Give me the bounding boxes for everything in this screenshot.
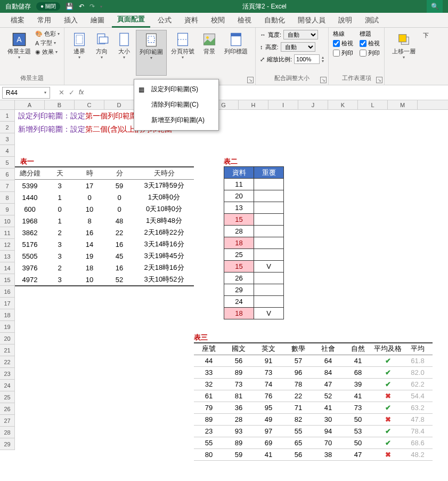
select-all-corner[interactable] <box>0 100 15 109</box>
breaks-button[interactable]: 分頁符號▾ <box>168 30 198 76</box>
tab-校閱[interactable]: 校閱 <box>206 13 230 27</box>
row-header-24[interactable]: 24 <box>0 380 15 391</box>
sheet-options-launcher[interactable]: ↘ <box>376 77 382 83</box>
row-header-18[interactable]: 18 <box>0 309 15 321</box>
print-titles-button[interactable]: 列印標題 <box>221 30 251 76</box>
col-header-L[interactable]: L <box>358 100 388 109</box>
tab-自動化[interactable]: 自動化 <box>259 13 290 27</box>
height-select[interactable]: 自動 <box>281 42 315 52</box>
ribbon-group-scale: ↔寬度:自動 ↕高度:自動 ⤢縮放比例:▴▾ 配合調整大小 ↘ <box>256 28 329 85</box>
bring-forward-button[interactable]: 上移一層▾ <box>389 30 419 76</box>
autosave-toggle[interactable]: ● 關閉 <box>36 2 60 11</box>
print-area-button[interactable]: 列印範圍▾ <box>136 30 167 76</box>
search-button[interactable]: 🔍 <box>427 0 443 13</box>
row-header-7[interactable]: 7 <box>0 180 15 192</box>
col-header-B[interactable]: B <box>45 100 75 109</box>
fonts-button[interactable]: A字型▾ <box>35 39 60 47</box>
tab-檔案[interactable]: 檔案 <box>5 13 30 27</box>
row-header-25[interactable]: 25 <box>0 391 15 403</box>
headings-print-checkbox[interactable]: 列印 <box>360 49 380 57</box>
row-header-26[interactable]: 26 <box>0 403 15 415</box>
effects-icon: ◉ <box>35 49 40 55</box>
colors-button[interactable]: 🎨色彩▾ <box>35 30 60 38</box>
margins-button[interactable]: 邊界▾ <box>69 30 90 76</box>
send-backward-button[interactable]: 下 <box>420 30 432 76</box>
row-header-10[interactable]: 10 <box>0 215 15 227</box>
check-icon: ✔ <box>385 368 391 376</box>
row-header-12[interactable]: 12 <box>0 239 15 251</box>
width-select[interactable]: 自動 <box>283 30 318 39</box>
tab-說明[interactable]: 說明 <box>333 13 357 27</box>
svg-rect-6 <box>120 33 128 45</box>
tab-測試[interactable]: 測試 <box>360 13 384 27</box>
svg-rect-14 <box>231 33 241 36</box>
enter-formula-icon[interactable]: ✓ <box>69 89 75 97</box>
row-header-11[interactable]: 11 <box>0 227 15 239</box>
row-header-14[interactable]: 14 <box>0 262 15 274</box>
name-box[interactable]: R44▾ <box>2 87 50 99</box>
row-header-15[interactable]: 15 <box>0 274 15 286</box>
col-header-H[interactable]: H <box>239 100 268 109</box>
row-header-8[interactable]: 8 <box>0 192 15 204</box>
cancel-formula-icon[interactable]: ✕ <box>59 89 64 97</box>
col-header-C[interactable]: C <box>75 100 104 109</box>
tab-公式[interactable]: 公式 <box>152 13 177 27</box>
tab-繪圖[interactable]: 繪圖 <box>85 13 110 27</box>
tab-開發人員[interactable]: 開發人員 <box>292 13 331 27</box>
row-header-2[interactable]: 2 <box>0 122 15 133</box>
col-header-D[interactable]: D <box>104 100 134 109</box>
row-header-1[interactable]: 1 <box>0 110 15 122</box>
fx-icon[interactable]: fx <box>79 89 84 97</box>
row-header-28[interactable]: 28 <box>0 427 15 438</box>
row-header-9[interactable]: 9 <box>0 204 15 215</box>
row-header-21[interactable]: 21 <box>0 344 15 356</box>
col-header-M[interactable]: M <box>388 100 418 109</box>
menu-add-print-area[interactable]: 新增至列印範圍(A) <box>134 113 218 128</box>
col-header-J[interactable]: J <box>298 100 328 109</box>
tab-插入[interactable]: 插入 <box>59 13 83 27</box>
effects-button[interactable]: ◉效果▾ <box>35 48 60 56</box>
row-header-27[interactable]: 27 <box>0 415 15 427</box>
check-icon: ✔ <box>385 357 391 365</box>
row-header-17[interactable]: 17 <box>0 298 15 309</box>
row-header-5[interactable]: 5 <box>0 157 15 169</box>
row-header-29[interactable]: 29 <box>0 438 15 450</box>
tab-常用[interactable]: 常用 <box>32 13 56 27</box>
table1-title: 表一 <box>15 157 194 166</box>
gridlines-view-checkbox[interactable]: 檢視 <box>333 39 353 47</box>
background-button[interactable]: 背景 <box>199 30 220 76</box>
col-header-A[interactable]: A <box>15 100 45 109</box>
themes-button[interactable]: A 佈景主題▾ <box>4 30 34 74</box>
margins-icon <box>72 32 87 47</box>
gridlines-print-checkbox[interactable]: 列印 <box>333 49 353 57</box>
row-header-20[interactable]: 20 <box>0 333 15 344</box>
undo-icon[interactable]: ↶ <box>79 3 84 10</box>
scale-input[interactable] <box>294 54 320 64</box>
menu-clear-print-area[interactable]: 清除列印範圍(C) <box>134 97 218 113</box>
svg-text:A: A <box>17 35 22 44</box>
col-header-I[interactable]: I <box>268 100 298 109</box>
row-header-3[interactable]: 3 <box>0 133 15 145</box>
svg-rect-16 <box>399 35 406 42</box>
save-icon[interactable]: 💾 <box>66 3 74 10</box>
size-button[interactable]: 大小▾ <box>113 30 135 76</box>
tab-檢視[interactable]: 檢視 <box>232 13 257 27</box>
row-header-19[interactable]: 19 <box>0 321 15 333</box>
worksheet[interactable]: 1234567891011121314151617181920212223242… <box>0 110 448 450</box>
redo-icon[interactable]: ↷ <box>89 3 95 10</box>
headings-view-checkbox[interactable]: 檢視 <box>360 39 380 47</box>
row-header-6[interactable]: 6 <box>0 169 15 180</box>
orientation-button[interactable]: 方向▾ <box>91 30 112 76</box>
row-header-4[interactable]: 4 <box>0 145 15 157</box>
row-header-16[interactable]: 16 <box>0 286 15 298</box>
row-header-23[interactable]: 23 <box>0 368 15 380</box>
row-header-13[interactable]: 13 <box>0 251 15 262</box>
page-setup-launcher[interactable]: ↘ <box>247 77 254 83</box>
tab-資料[interactable]: 資料 <box>179 13 203 27</box>
scale-launcher[interactable]: ↘ <box>320 77 327 83</box>
tab-頁面配置[interactable]: 頁面配置 <box>112 12 150 28</box>
menu-set-print-area[interactable]: ▦設定列印範圍(S) <box>134 82 218 97</box>
check-icon: ✔ <box>385 439 391 447</box>
row-header-22[interactable]: 22 <box>0 356 15 368</box>
col-header-K[interactable]: K <box>328 100 358 109</box>
